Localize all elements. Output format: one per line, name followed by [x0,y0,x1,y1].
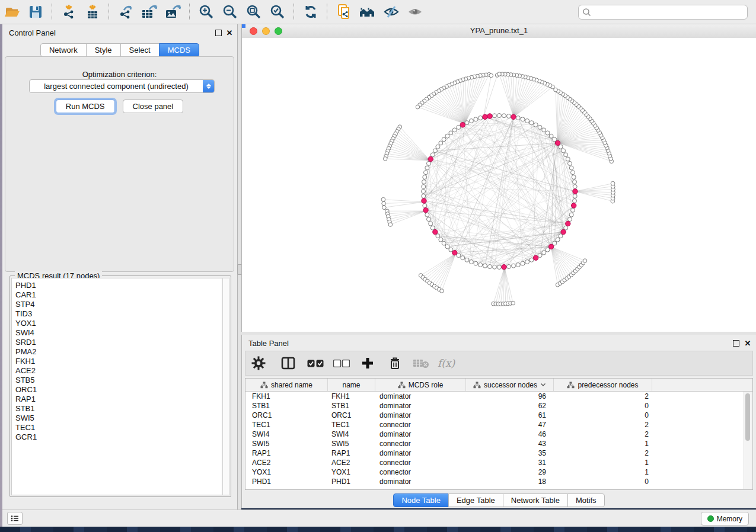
graph-node[interactable] [465,258,469,262]
graph-node[interactable] [445,245,449,249]
close-panel-button[interactable]: ✕ [225,28,234,37]
tab-network[interactable]: Network [40,43,87,57]
tab-select[interactable]: Select [120,43,160,57]
graph-node[interactable] [549,134,553,138]
graph-node[interactable] [428,156,433,161]
graph-node[interactable] [460,123,465,127]
cell-successor-nodes[interactable]: 62 [466,402,554,410]
graph-node[interactable] [488,265,492,269]
graph-node[interactable] [571,171,575,175]
graph-node[interactable] [382,206,387,210]
cell-shared-name[interactable]: SWI4 [245,430,328,438]
graph-node[interactable] [564,226,568,230]
graph-node[interactable] [439,141,443,145]
graph-node[interactable] [489,73,493,78]
graph-node[interactable] [452,250,457,255]
graph-node[interactable] [469,119,473,123]
cell-successor-nodes[interactable]: 29 [466,468,554,476]
graph-node[interactable] [424,171,428,175]
cell-shared-name[interactable]: RAP1 [245,449,328,457]
cell-name[interactable]: RAP1 [328,449,375,457]
tab-edge-table[interactable]: Edge Table [448,493,503,507]
result-list-scrollbar[interactable] [222,278,229,495]
graph-node[interactable] [529,121,534,125]
graph-node[interactable] [423,175,427,180]
import-table-button[interactable] [81,1,104,23]
close-panel-action-button[interactable]: Close panel [123,100,184,113]
cell-predecessor-nodes[interactable]: 1 [554,440,652,448]
refresh-button[interactable] [299,1,322,23]
result-node-item[interactable]: CAR1 [15,290,222,300]
import-network-button[interactable] [58,1,80,23]
cell-name[interactable]: YOX1 [328,468,375,476]
graph-node[interactable] [583,259,587,263]
float-table-panel-button[interactable] [732,339,740,347]
graph-node[interactable] [538,125,542,129]
graph-node[interactable] [423,208,428,213]
mcds-result-list[interactable]: PHD1CAR1STP4TID3YOX1SWI4SRD1PMA2FKH1ACE2… [11,278,222,495]
table-row[interactable]: TEC1TEC1connector472 [245,420,752,430]
cell-shared-name[interactable]: FKH1 [245,392,328,400]
node-table[interactable]: shared namenameMCDS rolesuccessor nodesp… [245,378,753,490]
graph-node[interactable] [497,265,502,270]
cell-shared-name[interactable]: TEC1 [245,421,328,429]
zoom-fit-button[interactable] [243,1,265,23]
graph-node[interactable] [568,161,572,165]
column-header-name[interactable]: name [328,379,375,391]
window-maximize-icon[interactable] [275,27,282,35]
export-network-button[interactable] [114,1,137,23]
show-all-button[interactable] [404,1,426,23]
graph-node[interactable] [422,185,426,189]
result-node-item[interactable]: STB5 [15,376,222,385]
result-node-item[interactable]: TID3 [15,309,222,319]
cell-shared-name[interactable]: ORC1 [245,411,328,419]
table-row[interactable]: SWI5SWI5connector431 [245,439,752,448]
cell-name[interactable]: FKH1 [328,392,375,400]
cell-mcds-role[interactable]: dominator [375,402,466,410]
graph-node[interactable] [493,265,497,269]
graph-node[interactable] [569,166,573,170]
graph-node[interactable] [427,161,431,165]
export-table-button[interactable] [138,1,161,23]
graph-node[interactable] [442,137,446,142]
scrollbar-thumb[interactable] [745,393,750,441]
graph-node[interactable] [534,123,538,127]
cell-predecessor-nodes[interactable]: 0 [554,411,652,419]
graph-node[interactable] [525,260,529,264]
zoom-out-button[interactable] [219,1,241,23]
cell-name[interactable]: STB1 [328,402,375,410]
result-node-item[interactable]: RAP1 [15,395,222,404]
tab-style[interactable]: Style [86,43,121,57]
cell-mcds-role[interactable]: connector [375,421,466,429]
cell-successor-nodes[interactable]: 46 [466,430,554,438]
graph-node[interactable] [573,180,577,184]
result-node-item[interactable]: PHD1 [15,281,222,290]
cell-predecessor-nodes[interactable]: 2 [554,449,652,457]
cell-mcds-role[interactable]: connector [375,468,466,476]
graph-node[interactable] [561,229,566,234]
graph-node[interactable] [457,125,461,129]
task-history-button[interactable] [7,512,23,525]
result-node-item[interactable]: ORC1 [15,385,222,395]
graph-node[interactable] [440,289,444,293]
cell-shared-name[interactable]: YOX1 [245,468,328,476]
add-column-button[interactable] [357,352,378,374]
zoom-in-button[interactable] [195,1,218,23]
window-minimize-icon[interactable] [262,27,270,35]
graph-node[interactable] [465,121,469,125]
result-node-item[interactable]: TEC1 [15,423,222,432]
cell-shared-name[interactable]: STB1 [245,402,328,410]
graph-node[interactable] [483,264,487,268]
cell-successor-nodes[interactable]: 96 [466,392,554,400]
close-table-panel-button[interactable]: ✕ [744,339,752,347]
cell-mcds-role[interactable]: dominator [375,430,466,438]
graph-node[interactable] [474,117,478,121]
cell-predecessor-nodes[interactable]: 0 [554,402,652,410]
graph-node[interactable] [511,301,515,305]
network-graph[interactable] [242,38,755,331]
graph-node[interactable] [559,145,563,149]
network-canvas[interactable] [242,38,756,332]
graph-node[interactable] [382,201,386,206]
result-node-item[interactable]: PMA2 [15,347,222,357]
table-row[interactable]: ORC1ORC1dominator610 [245,411,752,420]
